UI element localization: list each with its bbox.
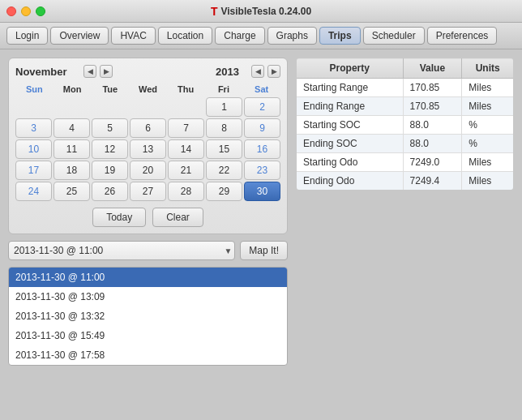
day-name-mon: Mon xyxy=(53,83,92,96)
nav-bar: Login Overview HVAC Location Charge Grap… xyxy=(0,23,522,49)
day-name-tue: Tue xyxy=(91,83,129,96)
tab-login[interactable]: Login xyxy=(6,27,48,45)
cal-cell-day[interactable]: 4 xyxy=(53,118,90,138)
cal-cell-empty xyxy=(53,97,90,117)
table-cell-value: 170.85 xyxy=(403,79,462,97)
left-panel: November ◀ ▶ 2013 ◀ ▶ Sun Mon Tue Wed Th… xyxy=(8,58,288,408)
cal-cell-day[interactable]: 26 xyxy=(92,182,128,201)
cal-cell-empty xyxy=(130,97,166,117)
main-content: November ◀ ▶ 2013 ◀ ▶ Sun Mon Tue Wed Th… xyxy=(0,49,522,416)
calendar-header: November ◀ ▶ 2013 ◀ ▶ xyxy=(15,65,280,78)
cal-cell-empty xyxy=(168,97,204,117)
trip-data-table: Property Value Units Starting Range170.8… xyxy=(296,58,514,191)
table-cell-units: % xyxy=(462,135,514,153)
tab-graphs[interactable]: Graphs xyxy=(267,27,317,45)
calendar-grid: Sun Mon Tue Wed Thu Fri Sat 123456789101… xyxy=(15,83,280,201)
cal-cell-empty xyxy=(92,97,128,117)
day-name-thu: Thu xyxy=(167,83,205,96)
cal-cell-day[interactable]: 11 xyxy=(53,139,90,159)
cal-cell-day[interactable]: 14 xyxy=(168,139,204,159)
year-next-button[interactable]: ▶ xyxy=(267,65,280,78)
tab-hvac[interactable]: HVAC xyxy=(111,27,155,45)
tab-charge[interactable]: Charge xyxy=(215,27,264,45)
table-cell-property: Starting Range xyxy=(297,79,404,97)
cal-cell-day[interactable]: 8 xyxy=(206,118,242,138)
today-button[interactable]: Today xyxy=(92,208,146,227)
cal-cell-day[interactable]: 28 xyxy=(168,182,204,201)
cal-cell-day[interactable]: 1 xyxy=(206,97,242,117)
cal-cell-day[interactable]: 23 xyxy=(244,161,280,180)
calendar-month: November xyxy=(15,66,80,78)
cal-cell-day[interactable]: 3 xyxy=(15,118,52,138)
window-title: VisibleTesla 0.24.00 xyxy=(220,6,311,17)
cal-cell-day[interactable]: 6 xyxy=(130,118,166,138)
title-bar-title: T VisibleTesla 0.24.00 xyxy=(211,5,311,18)
table-cell-units: Miles xyxy=(462,97,514,116)
tab-scheduler[interactable]: Scheduler xyxy=(363,27,425,45)
cal-cell-day[interactable]: 16 xyxy=(244,139,280,159)
table-row: Starting SOC88.0% xyxy=(297,116,514,135)
table-cell-units: Miles xyxy=(462,153,514,172)
month-prev-button[interactable]: ◀ xyxy=(83,65,96,78)
table-cell-value: 88.0 xyxy=(403,116,462,135)
cal-cell-day[interactable]: 9 xyxy=(244,118,280,138)
cal-cell-day[interactable]: 22 xyxy=(206,161,242,180)
close-button[interactable] xyxy=(6,6,16,16)
cal-cell-day[interactable]: 21 xyxy=(168,161,204,180)
col-header-units: Units xyxy=(462,58,514,79)
right-panel: Property Value Units Starting Range170.8… xyxy=(296,58,514,408)
cal-cell-day[interactable]: 18 xyxy=(53,161,90,180)
cal-cell-day[interactable]: 10 xyxy=(15,139,52,159)
cal-cell-day[interactable]: 19 xyxy=(92,161,128,180)
trip-selector-section: 2013-11-30 @ 11:002013-11-30 @ 13:092013… xyxy=(8,241,288,260)
cal-cell-day[interactable]: 30 xyxy=(244,182,280,201)
cal-cell-day[interactable]: 20 xyxy=(130,161,166,180)
table-cell-property: Starting SOC xyxy=(297,116,404,135)
cal-cell-day[interactable]: 2 xyxy=(244,97,280,117)
year-prev-button[interactable]: ◀ xyxy=(251,65,264,78)
dropdown-list-item[interactable]: 2013-11-30 @ 13:32 xyxy=(9,306,287,326)
calendar-cells: 1234567891011121314151617181920212223242… xyxy=(15,97,280,201)
table-row: Starting Odo7249.0Miles xyxy=(297,153,514,172)
cal-cell-day[interactable]: 7 xyxy=(168,118,204,138)
cal-cell-empty xyxy=(15,97,52,117)
tab-location[interactable]: Location xyxy=(158,27,212,45)
table-cell-value: 88.0 xyxy=(403,135,462,153)
minimize-button[interactable] xyxy=(21,6,31,16)
dropdown-list-item[interactable]: 2013-11-30 @ 15:49 xyxy=(9,326,287,345)
calendar-days-header: Sun Mon Tue Wed Thu Fri Sat xyxy=(15,83,280,96)
dropdown-list-item[interactable]: 2013-11-30 @ 17:58 xyxy=(9,345,287,365)
tab-trips[interactable]: Trips xyxy=(319,27,361,45)
cal-cell-day[interactable]: 24 xyxy=(15,182,52,201)
tab-preferences[interactable]: Preferences xyxy=(427,27,498,45)
cal-cell-day[interactable]: 29 xyxy=(206,182,242,201)
cal-cell-day[interactable]: 12 xyxy=(92,139,128,159)
dropdown-list-item[interactable]: 2013-11-30 @ 11:00 xyxy=(9,268,287,287)
col-header-property: Property xyxy=(297,58,404,79)
calendar-buttons: Today Clear xyxy=(15,208,280,227)
tab-overview[interactable]: Overview xyxy=(50,27,109,45)
month-next-button[interactable]: ▶ xyxy=(100,65,113,78)
table-cell-property: Ending SOC xyxy=(297,135,404,153)
cal-cell-day[interactable]: 15 xyxy=(206,139,242,159)
trip-dropdown-wrapper: 2013-11-30 @ 11:002013-11-30 @ 13:092013… xyxy=(8,241,235,260)
cal-cell-day[interactable]: 5 xyxy=(92,118,128,138)
table-cell-value: 7249.4 xyxy=(403,172,462,191)
day-name-wed: Wed xyxy=(129,83,167,96)
cal-cell-day[interactable]: 25 xyxy=(53,182,90,201)
calendar-year: 2013 xyxy=(216,66,248,78)
table-row: Ending Odo7249.4Miles xyxy=(297,172,514,191)
cal-cell-day[interactable]: 17 xyxy=(15,161,52,180)
table-cell-property: Ending Odo xyxy=(297,172,404,191)
window-controls[interactable] xyxy=(6,6,45,16)
cal-cell-day[interactable]: 13 xyxy=(130,139,166,159)
maximize-button[interactable] xyxy=(36,6,45,16)
trip-dropdown[interactable]: 2013-11-30 @ 11:002013-11-30 @ 13:092013… xyxy=(8,241,235,260)
map-it-button[interactable]: Map It! xyxy=(240,241,288,260)
clear-button[interactable]: Clear xyxy=(152,208,203,227)
calendar: November ◀ ▶ 2013 ◀ ▶ Sun Mon Tue Wed Th… xyxy=(8,58,288,234)
cal-cell-day[interactable]: 27 xyxy=(130,182,166,201)
dropdown-list-item[interactable]: 2013-11-30 @ 13:09 xyxy=(9,287,287,306)
year-nav: 2013 ◀ ▶ xyxy=(216,65,280,78)
day-name-fri: Fri xyxy=(205,83,243,96)
